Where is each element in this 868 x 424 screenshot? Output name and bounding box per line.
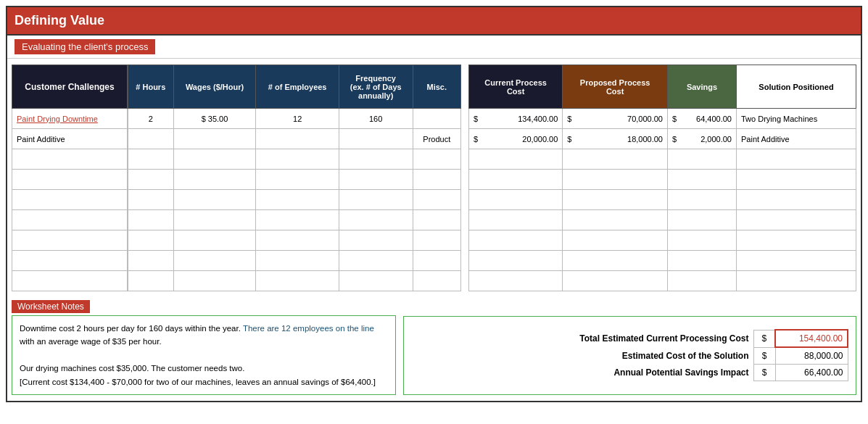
challenge-cell [12,170,128,190]
right-proposed [563,271,668,291]
totals-table: Total Estimated Current Processing Cost … [411,329,848,381]
data-cell-hours [128,251,174,271]
subtitle-row: Evaluating the client's process [7,36,861,59]
right-solution [736,210,856,230]
right-savings [667,149,736,170]
right-solution [736,149,856,170]
data-cell-misc [413,109,460,129]
data-cell-frequency: 160 [339,109,413,129]
main-content: Customer Challenges Paint Drying Downtim… [7,59,861,297]
data-cell-wages [173,149,256,170]
data-cell-frequency [339,210,413,230]
data-cell-misc [413,170,460,190]
challenge-cell [12,149,128,170]
data-cell-misc [413,149,460,170]
right-solution [736,271,856,291]
data-cell-hours [128,129,174,149]
data-cell-wages [173,129,256,149]
data-cell-misc [413,190,460,210]
main-container: Defining Value Evaluating the client's p… [6,6,862,402]
data-cell-employees [256,149,339,170]
data-cell-hours [128,149,174,170]
right-proposed [563,251,668,271]
right-section: Current ProcessCost Proposed ProcessCost… [468,65,856,291]
challenges-header: Customer Challenges [12,65,128,109]
data-col-header: # Hours [128,65,174,109]
data-cell-employees: 12 [256,109,339,129]
data-cell-frequency [339,251,413,271]
total-solution-label: Estimated Cost of the Solution [411,347,753,365]
th-current-process: Current ProcessCost [469,65,563,109]
right-savings: $2,000.00 [667,129,736,149]
right-savings [667,251,736,271]
data-cell-hours [128,230,174,251]
right-savings [667,190,736,210]
challenge-cell [12,251,128,271]
total-current-value: 154,400.00 [775,330,848,347]
data-cell-employees [256,170,339,190]
right-proposed [563,170,668,190]
left-section: Customer Challenges Paint Drying Downtim… [12,65,461,291]
right-savings [667,210,736,230]
right-proposed [563,190,668,210]
right-current: $20,000.00 [469,129,563,149]
data-cell-wages [173,170,256,190]
right-current [469,230,563,251]
data-cell-employees [256,251,339,271]
data-cell-employees [256,230,339,251]
right-savings [667,271,736,291]
right-solution: Paint Additive [736,129,856,149]
total-current-label: Total Estimated Current Processing Cost [411,330,753,347]
data-cell-hours: 2 [128,109,174,129]
bottom-section: Worksheet Notes Downtime cost 2 hours pe… [7,297,861,401]
totals-section: Total Estimated Current Processing Cost … [403,316,856,395]
data-cell-hours [128,271,174,291]
challenge-cell [12,210,128,230]
right-solution [736,190,856,210]
total-savings-dollar: $ [753,365,775,381]
right-current: $134,400.00 [469,109,563,129]
data-cell-wages [173,271,256,291]
right-current [469,149,563,170]
data-cell-wages [173,210,256,230]
data-cell-misc [413,251,460,271]
data-cell-misc [413,210,460,230]
right-proposed: $18,000.00 [563,129,668,149]
subtitle-tag: Evaluating the client's process [15,39,155,54]
data-col-header: Frequency(ex. # of Daysannually) [339,65,413,109]
right-current [469,170,563,190]
notes-text-5: [Current cost $134,400 - $70,000 for two… [20,378,376,386]
right-savings [667,170,736,190]
data-cell-misc [413,230,460,251]
data-cell-wages [173,190,256,210]
data-col-header: # of Employees [256,65,339,109]
notes-box: Downtime cost 2 hours per day for 160 da… [12,315,396,395]
data-cell-frequency [339,129,413,149]
page-title: Defining Value [15,13,104,28]
data-cell-misc [413,271,460,291]
right-proposed [563,149,668,170]
data-cell-frequency [339,271,413,291]
notes-text-2: There are 12 employees on the line [241,324,374,333]
right-proposed [563,210,668,230]
notes-section: Worksheet Notes Downtime cost 2 hours pe… [12,300,396,395]
right-current [469,251,563,271]
total-solution-value: 88,000.00 [775,347,848,365]
right-solution [736,251,856,271]
right-current [469,271,563,291]
challenge-cell: Paint Drying Downtime [12,109,128,129]
total-solution-dollar: $ [753,347,775,365]
challenge-cell [12,190,128,210]
notes-text-3: with an average wage of $35 per hour. [20,337,162,346]
right-proposed: $70,000.00 [563,109,668,129]
title-bar: Defining Value [7,7,861,36]
data-cell-employees [256,129,339,149]
notes-text-1: Downtime cost 2 hours per day for 160 da… [20,324,241,333]
data-cell-wages: $ 35.00 [173,109,256,129]
data-cell-employees [256,210,339,230]
right-solution [736,170,856,190]
notes-label: Worksheet Notes [12,300,90,313]
right-proposed [563,230,668,251]
th-solution: Solution Positioned [736,65,856,109]
data-cell-wages [173,230,256,251]
